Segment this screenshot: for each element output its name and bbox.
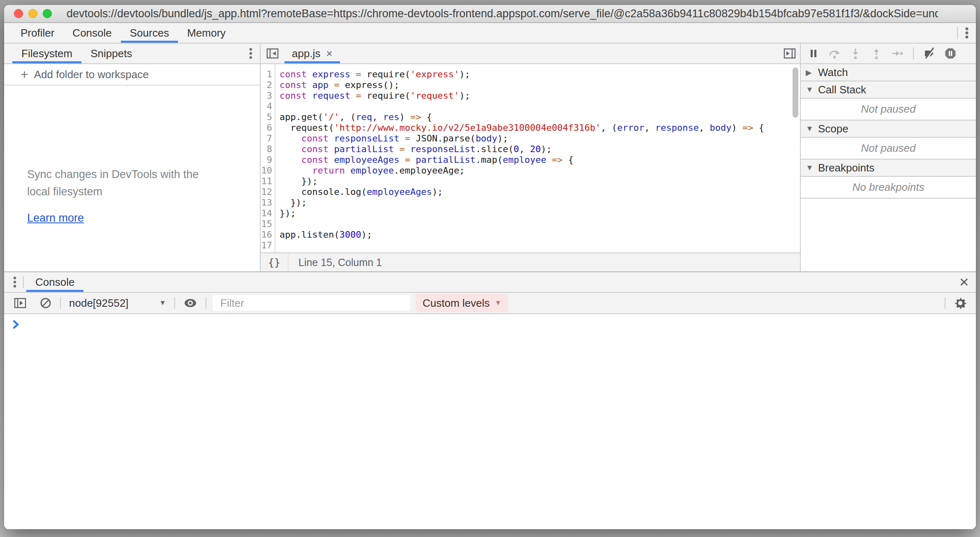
cursor-position: Line 15, Column 1 xyxy=(298,257,382,268)
code-editor[interactable]: 1234567891011121314151617 const express … xyxy=(261,64,800,252)
section-watch[interactable]: Watch xyxy=(801,64,976,81)
tab-profiler[interactable]: Profiler xyxy=(12,23,63,43)
eye-icon[interactable] xyxy=(183,297,197,309)
line-number[interactable]: 1 xyxy=(261,69,272,80)
code-line[interactable]: const responseList = JSON.parse(body); xyxy=(280,133,800,144)
file-tab-appjs[interactable]: app.js × xyxy=(284,44,340,63)
tab-memory[interactable]: Memory xyxy=(178,23,235,43)
code-line[interactable]: app.get('/', (req, res) => { xyxy=(280,112,800,123)
chevron-down-icon xyxy=(806,163,818,172)
line-number[interactable]: 4 xyxy=(261,101,272,112)
tab-filesystem[interactable]: Filesystem xyxy=(12,44,81,63)
clear-console-icon[interactable] xyxy=(39,297,52,309)
line-number[interactable]: 13 xyxy=(261,197,272,208)
drawer-tab-bar: Console ✕ xyxy=(4,272,976,293)
filter-input[interactable] xyxy=(213,295,410,311)
line-number[interactable]: 11 xyxy=(261,176,272,187)
breakpoints-message: No breakpoints xyxy=(801,177,976,199)
console-output[interactable] xyxy=(4,314,976,529)
window-title: devtools://devtools/bundled/js_app.html?… xyxy=(67,7,938,20)
hide-debugger-sidebar-icon[interactable] xyxy=(783,44,797,63)
show-console-sidebar-icon[interactable] xyxy=(13,296,27,310)
add-folder-button[interactable]: + Add folder to workspace xyxy=(4,64,260,86)
line-number[interactable]: 9 xyxy=(261,155,272,165)
code-line[interactable]: const request = require('request'); xyxy=(280,90,800,101)
hide-navigator-icon[interactable] xyxy=(266,47,280,60)
zoom-window-button[interactable] xyxy=(43,9,52,18)
close-drawer-icon[interactable]: ✕ xyxy=(959,272,969,292)
main-menu-kebab-icon[interactable] xyxy=(958,23,976,43)
scope-message: Not paused xyxy=(801,138,976,160)
code-line[interactable] xyxy=(280,101,800,112)
code-line[interactable]: console.log(employeeAges); xyxy=(280,187,800,197)
editor-tab-bar: app.js × xyxy=(261,44,800,64)
add-folder-label: Add folder to workspace xyxy=(34,68,149,81)
divider xyxy=(913,47,914,60)
console-settings-gear-icon[interactable] xyxy=(954,296,967,310)
tab-sources[interactable]: Sources xyxy=(121,23,178,43)
step-into-button[interactable] xyxy=(849,47,862,60)
line-number[interactable]: 12 xyxy=(261,187,272,197)
section-scope[interactable]: Scope xyxy=(801,120,976,138)
chevron-down-icon: ▼ xyxy=(159,299,166,307)
line-number[interactable]: 10 xyxy=(261,165,272,176)
plus-icon: + xyxy=(21,67,28,82)
section-breakpoints[interactable]: Breakpoints xyxy=(801,160,976,177)
drawer-menu-kebab-icon[interactable] xyxy=(7,272,23,292)
titlebar[interactable]: devtools://devtools/bundled/js_app.html?… xyxy=(4,5,976,23)
pretty-print-button[interactable]: {} xyxy=(261,253,289,271)
close-window-button[interactable] xyxy=(14,9,23,18)
code-line[interactable]: }); xyxy=(280,197,800,208)
pause-on-exceptions-button[interactable] xyxy=(944,47,957,60)
code-line[interactable]: }); xyxy=(280,208,800,219)
code-line[interactable] xyxy=(280,240,800,251)
pause-button[interactable] xyxy=(807,47,820,60)
console-toolbar: node[92552] ▼ Custom levels ▼ xyxy=(4,293,976,314)
step-over-button[interactable] xyxy=(828,47,841,60)
tab-console[interactable]: Console xyxy=(63,23,120,43)
line-number[interactable]: 3 xyxy=(261,90,272,101)
line-number[interactable]: 5 xyxy=(261,112,272,123)
code-line[interactable]: const express = require('express'); xyxy=(280,69,800,80)
editor-scrollbar[interactable] xyxy=(793,67,798,118)
divider xyxy=(23,276,24,288)
step-out-button[interactable] xyxy=(870,47,883,60)
line-number[interactable]: 2 xyxy=(261,80,272,90)
line-number[interactable]: 17 xyxy=(261,240,272,251)
close-file-icon[interactable]: × xyxy=(326,48,332,59)
line-number[interactable]: 14 xyxy=(261,208,272,219)
custom-levels-dropdown[interactable]: Custom levels ▼ xyxy=(416,294,508,312)
console-prompt-icon[interactable] xyxy=(11,319,21,330)
line-number[interactable]: 16 xyxy=(261,229,272,240)
code-line[interactable]: const partialList = responseList.slice(0… xyxy=(280,144,800,155)
deactivate-breakpoints-button[interactable] xyxy=(923,47,936,60)
code-line[interactable]: }); xyxy=(280,176,800,187)
code-line[interactable]: request('http://www.mocky.io/v2/5e1a9abe… xyxy=(280,123,800,133)
line-number[interactable]: 7 xyxy=(261,133,272,144)
step-button[interactable] xyxy=(891,47,904,60)
code-line[interactable]: const app = express(); xyxy=(280,80,800,90)
code-line[interactable]: return employee.employeeAge; xyxy=(280,165,800,176)
call-stack-message: Not paused xyxy=(801,99,976,120)
code-line[interactable]: const employeeAges = partialList.map(emp… xyxy=(280,155,800,165)
code-lines[interactable]: const express = require('express');const… xyxy=(275,64,800,252)
tab-snippets[interactable]: Snippets xyxy=(81,44,141,63)
execution-context-selector[interactable]: node[92552] ▼ xyxy=(66,297,169,310)
minimize-window-button[interactable] xyxy=(28,9,37,18)
navigator-menu-kebab-icon[interactable] xyxy=(242,44,260,63)
debugger-toolbar xyxy=(801,44,976,64)
line-number[interactable]: 6 xyxy=(261,123,272,133)
section-call-stack[interactable]: Call Stack xyxy=(801,81,976,99)
drawer-tab-console[interactable]: Console xyxy=(26,272,83,292)
line-number-gutter[interactable]: 1234567891011121314151617 xyxy=(261,64,275,252)
file-tab-label: app.js xyxy=(292,47,320,60)
line-number[interactable]: 8 xyxy=(261,144,272,155)
divider xyxy=(206,297,206,309)
divider xyxy=(174,297,175,309)
code-line[interactable] xyxy=(280,219,800,229)
code-line[interactable]: app.listen(3000); xyxy=(280,229,800,240)
editor-pane: app.js × 1234567891011121314151617 const… xyxy=(261,44,800,271)
learn-more-link[interactable]: Learn more xyxy=(27,212,84,225)
divider xyxy=(60,297,61,309)
line-number[interactable]: 15 xyxy=(261,219,272,229)
